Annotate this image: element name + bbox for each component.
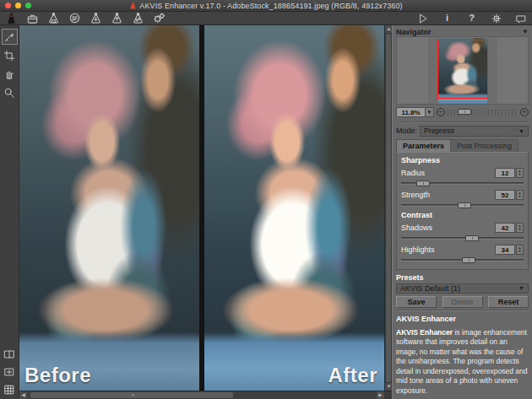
after-image — [204, 25, 384, 391]
strength-value[interactable]: 52 — [495, 190, 515, 200]
fit-to-window-icon[interactable] — [2, 364, 18, 380]
share-icon[interactable] — [132, 13, 144, 24]
mode-row: Mode: Prepress ▼ — [396, 126, 529, 137]
info-title: AKVIS Enhancer — [396, 315, 529, 323]
window-title: AKVIS Enhancer v.17.0 - AdobeStock_18865… — [0, 2, 532, 10]
scroll-right-arrow[interactable]: ▶ — [377, 391, 384, 399]
highlights-slider-thumb[interactable] — [462, 257, 475, 263]
strength-slider[interactable] — [401, 202, 524, 209]
highlights-slider[interactable] — [401, 256, 524, 264]
toolbar-left-group — [5, 13, 166, 24]
tab-parameters[interactable]: Parameters — [396, 139, 451, 152]
before-image — [19, 25, 199, 391]
save-preset-button[interactable]: Save — [396, 296, 437, 308]
after-label: After — [328, 364, 377, 387]
delete-preset-button[interactable]: Delete — [442, 296, 483, 308]
open-image-icon[interactable] — [26, 13, 39, 24]
image-viewer: Before After — [19, 25, 384, 391]
zoom-value[interactable]: 11.8% — [396, 107, 425, 117]
batch-processing-icon[interactable] — [153, 13, 166, 24]
hand-tool[interactable] — [2, 66, 18, 82]
zoom-out-button[interactable]: − — [437, 108, 445, 116]
shadows-spinner[interactable]: ▲▼ — [516, 223, 524, 233]
navigator-preview[interactable] — [396, 36, 529, 105]
horizontal-scroll-track[interactable] — [27, 391, 377, 399]
background-grid-icon[interactable] — [2, 381, 18, 397]
navigator-right-strip — [487, 37, 497, 104]
zoom-tool[interactable] — [2, 84, 18, 100]
export-icon[interactable] — [111, 13, 123, 24]
settings-tabs: Parameters Post Processing — [396, 139, 529, 152]
reset-preset-button[interactable]: Reset — [488, 296, 529, 308]
highlights-value[interactable]: 34 — [495, 245, 515, 255]
highlights-spinner[interactable]: ▲▼ — [516, 245, 524, 255]
zoom-in-button[interactable]: + — [520, 108, 529, 116]
mode-dropdown[interactable]: Prepress ▼ — [420, 126, 529, 137]
preferences-gear-icon[interactable] — [490, 13, 502, 24]
vertical-scrollbar[interactable]: ▲ ▼ — [384, 25, 392, 391]
vertical-scroll-thumb[interactable] — [386, 34, 391, 382]
effect-brush-tool[interactable] — [2, 29, 18, 45]
run-icon[interactable] — [416, 13, 429, 24]
parameters-content: Sharpness Radius 12 ▲▼ Strength 52 — [396, 152, 529, 270]
after-pane[interactable]: After — [204, 25, 384, 391]
app-icon — [129, 2, 137, 9]
before-pane[interactable]: Before — [19, 25, 199, 391]
navigator-thumbnail[interactable] — [438, 38, 487, 104]
radius-value[interactable]: 12 — [495, 168, 515, 178]
zoom-slider[interactable] — [448, 108, 518, 116]
scroll-left-arrow[interactable]: ◀ — [19, 391, 27, 399]
help-icon[interactable]: ? — [465, 13, 478, 24]
preset-buttons: Save Delete Reset — [396, 296, 529, 308]
tab-post-processing[interactable]: Post Processing — [451, 139, 518, 152]
shadows-slider-thumb[interactable] — [465, 235, 479, 241]
zoom-dropdown-icon[interactable]: ▼ — [425, 107, 434, 117]
import-icon[interactable] — [90, 13, 102, 24]
horizontal-scrollbar[interactable]: ◀ ▶ — [19, 391, 384, 399]
navigator-header[interactable]: Navigator ▼ — [396, 27, 529, 36]
shadows-slider[interactable] — [401, 235, 524, 242]
print-icon[interactable] — [68, 13, 81, 24]
navigator-title: Navigator — [396, 28, 432, 36]
strength-row: Strength 52 ▲▼ — [401, 189, 524, 201]
scrollbar-corner — [384, 391, 392, 399]
viewer-column: Before After ▲ ▼ — [19, 25, 392, 399]
radius-label: Radius — [401, 169, 425, 177]
main-area: Before After ▲ ▼ — [0, 25, 532, 399]
presets-dropdown[interactable]: AKVIS Default (1) ▼ — [396, 283, 529, 294]
radius-spinner[interactable]: ▲▼ — [516, 168, 524, 178]
info-separator — [396, 310, 529, 311]
highlights-row: Highlights 34 ▲▼ — [401, 244, 524, 256]
presets-dropdown-caret-icon: ▼ — [518, 285, 524, 291]
mode-dropdown-caret-icon: ▼ — [518, 128, 524, 134]
vertical-scroll-track[interactable] — [385, 33, 392, 383]
contrast-group-title: Contrast — [401, 211, 524, 219]
settings-panel: Navigator ▼ 11.8% ▼ − — [392, 25, 532, 399]
radius-slider[interactable] — [401, 180, 524, 187]
save-image-icon[interactable] — [47, 13, 60, 24]
split-view-icon[interactable] — [2, 346, 18, 362]
toolbar: i ? — [0, 12, 532, 25]
shadows-row: Shadows 42 ▲▼ — [401, 222, 524, 234]
radius-slider-thumb[interactable] — [416, 181, 430, 186]
navigator-collapse-icon[interactable]: ▼ — [522, 28, 529, 35]
akvis-logo-icon[interactable] — [5, 13, 18, 24]
zoom-slider-thumb[interactable] — [458, 109, 471, 115]
strength-spinner[interactable]: ▲▼ — [516, 190, 524, 200]
tool-sidebar — [0, 25, 19, 399]
crop-tool[interactable] — [2, 47, 18, 63]
horizontal-scroll-thumb[interactable] — [30, 392, 233, 398]
feedback-bubble-icon[interactable] — [514, 13, 527, 24]
strength-slider-thumb[interactable] — [458, 202, 471, 208]
strength-label: Strength — [401, 191, 430, 199]
shadows-value[interactable]: 42 — [495, 223, 515, 233]
shadows-label: Shadows — [401, 224, 432, 232]
mode-label: Mode: — [396, 127, 417, 135]
about-icon[interactable]: i — [441, 13, 453, 24]
toolbar-right-group: i ? — [416, 13, 527, 24]
titlebar: AKVIS Enhancer v.17.0 - AdobeStock_18865… — [0, 0, 532, 12]
highlights-label: Highlights — [401, 245, 435, 254]
radius-row: Radius 12 ▲▼ — [401, 167, 524, 179]
separator — [396, 121, 529, 123]
navigator-view-frame[interactable] — [437, 40, 488, 99]
